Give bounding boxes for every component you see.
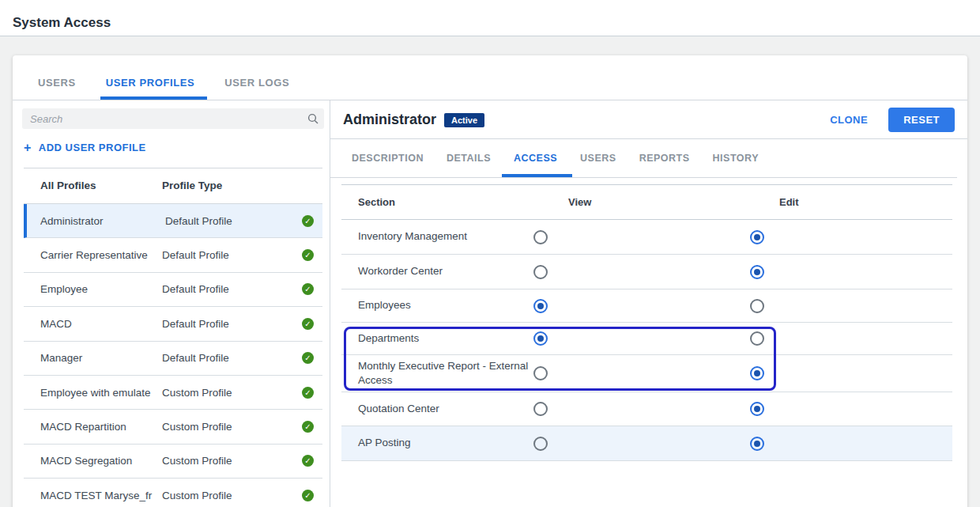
system-access-card: USERSUSER PROFILESUSER LOGS ADD USER PRO… [13,55,967,507]
section-label: Quotation Center [358,402,533,416]
profile-row-macd-segregation[interactable]: MACD SegregationCustom Profile [24,445,322,479]
detail-tab-history[interactable]: HISTORY [713,139,759,177]
profile-name: Manager [40,352,82,364]
profile-name: MACD Repartition [40,421,126,433]
profile-detail-panel: Administrator Active CLONE RESET DESCRIP… [330,100,967,507]
profile-row-administrator[interactable]: AdministratorDefault Profile [24,204,322,238]
access-row-ap-posting: AP Posting [341,426,952,461]
profile-title: Administrator [343,112,436,128]
edit-radio[interactable] [750,299,764,313]
edit-cell [750,299,952,313]
edit-cell [750,265,952,279]
detail-tab-access[interactable]: ACCESS [514,139,557,177]
main-tabs: USERSUSER PROFILESUSER LOGS [13,55,967,100]
column-profile-type: Profile Type [162,180,222,191]
check-circle-icon [302,249,314,261]
profile-type: Default Profile [162,352,229,364]
check-circle-icon [302,421,314,433]
view-radio[interactable] [533,437,548,451]
profile-type: Default Profile [162,249,229,261]
detail-header: Administrator Active CLONE RESET [330,100,967,139]
check-circle-icon [302,352,314,364]
edit-radio-selected[interactable] [750,366,764,380]
profile-type: Custom Profile [162,387,232,399]
edit-cell [750,331,952,346]
view-radio-selected[interactable] [533,331,548,346]
access-row-monthly-executive-report-external-access: Monthly Executive Report - External Acce… [341,355,952,392]
edit-cell [750,366,952,380]
profile-name: MACD TEST Maryse_fr [40,490,152,501]
clone-button[interactable]: CLONE [830,114,868,126]
profile-row-manager[interactable]: ManagerDefault Profile [24,342,322,376]
profile-row-macd[interactable]: MACDDefault Profile [24,307,322,341]
add-user-profile-label: ADD USER PROFILE [39,142,146,153]
view-cell [533,366,750,380]
profile-name: Employee with emulate [40,387,151,399]
edit-radio-selected[interactable] [750,230,764,244]
access-row-inventory-management: Inventory Management [341,220,952,255]
section-label: Inventory Management [358,229,533,244]
check-circle-icon [302,318,314,330]
column-view: View [533,196,750,208]
edit-cell [750,402,952,416]
access-table-header: Section View Edit [341,184,952,220]
profile-type: Custom Profile [162,490,232,501]
view-radio[interactable] [533,402,548,416]
profile-name: MACD Segregation [40,455,132,467]
profile-row-macd-repartition[interactable]: MACD RepartitionCustom Profile [24,410,322,444]
profile-name: Employee [40,283,88,295]
profile-name: Administrator [40,215,104,227]
reset-button[interactable]: RESET [888,108,955,132]
search-input[interactable] [22,108,324,129]
edit-radio-selected[interactable] [750,265,764,279]
section-label: Workorder Center [358,264,533,278]
edit-cell [750,437,952,451]
header-actions: CLONE RESET [830,108,967,132]
profile-type: Default Profile [165,215,232,227]
check-circle-icon [302,455,314,467]
edit-radio-selected[interactable] [750,437,764,451]
view-cell [533,299,750,313]
tab-user-profiles[interactable]: USER PROFILES [103,77,198,100]
profile-type: Default Profile [162,283,229,295]
profile-type: Custom Profile [162,455,232,467]
profile-rows: AdministratorDefault ProfileCarrier Repr… [24,204,322,507]
profile-type: Default Profile [162,318,229,330]
view-cell [533,265,750,279]
edit-radio[interactable] [750,331,764,346]
check-circle-icon [302,215,314,227]
view-radio-selected[interactable] [533,299,548,313]
profile-row-carrier-representative[interactable]: Carrier RepresentativeDefault Profile [24,238,322,272]
add-user-profile-button[interactable]: ADD USER PROFILE [24,142,146,153]
profile-list-header: All Profiles Profile Type [24,168,322,204]
view-cell [533,437,750,451]
profile-type: Custom Profile [162,421,232,433]
plus-icon [24,142,32,153]
access-row-departments: Departments [341,323,952,355]
view-cell [533,230,750,244]
view-radio[interactable] [533,265,548,279]
page-title: System Access [13,15,111,31]
detail-tab-details[interactable]: DETAILS [447,139,491,177]
tab-users[interactable]: USERS [35,77,79,100]
view-radio[interactable] [533,230,548,244]
check-circle-icon [302,387,314,399]
edit-radio-selected[interactable] [750,402,764,416]
detail-tab-reports[interactable]: REPORTS [639,139,690,177]
profile-row-employee-with-emulate[interactable]: Employee with emulateCustom Profile [24,376,322,410]
access-row-employees: Employees [341,289,952,323]
profile-row-macd-test-maryse-fr[interactable]: MACD TEST Maryse_frCustom Profile [24,479,322,507]
profile-list: All Profiles Profile Type AdministratorD… [24,168,322,507]
profile-row-employee[interactable]: EmployeeDefault Profile [24,273,322,307]
detail-tab-description[interactable]: DESCRIPTION [352,139,424,177]
view-radio[interactable] [533,366,548,380]
edit-cell [750,230,952,244]
search-field [22,108,324,129]
detail-tab-users[interactable]: USERS [580,139,616,177]
detail-tabs: DESCRIPTIONDETAILSACCESSUSERSREPORTSHIST… [330,139,957,178]
tab-user-logs[interactable]: USER LOGS [221,77,292,100]
access-row-workorder-center: Workorder Center [341,255,952,289]
access-table-rows: Inventory ManagementWorkorder CenterEmpl… [341,220,952,461]
status-badge: Active [444,113,484,127]
access-row-quotation-center: Quotation Center [341,392,952,426]
